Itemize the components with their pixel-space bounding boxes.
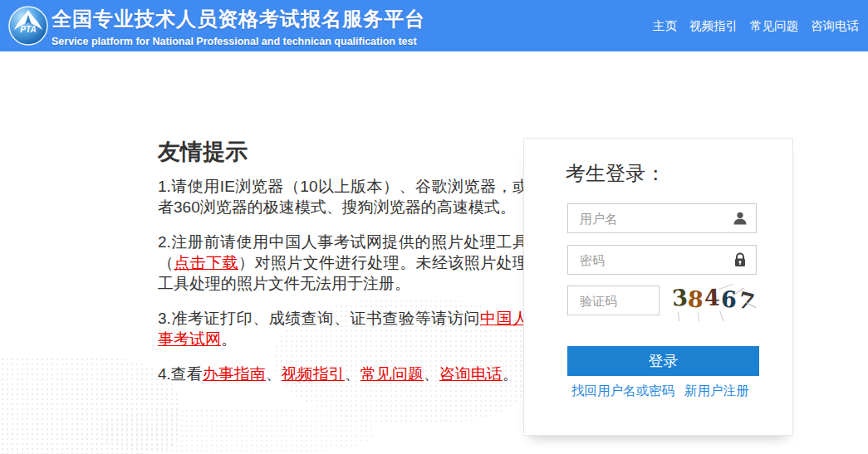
captcha-image[interactable]: 3 8 4 6 7 — [670, 280, 757, 321]
pta-logo-icon: PTA — [7, 5, 49, 46]
nav-faq-link[interactable]: 常见问题 — [750, 18, 798, 34]
site-subtitle: Service platform for National Profession… — [51, 36, 425, 47]
tip-3-text-before: 3.准考证打印、成绩查询、证书查验等请访问 — [158, 310, 480, 327]
video-guide-link[interactable]: 视频指引 — [282, 365, 345, 383]
captcha-digit: 4 — [704, 286, 721, 310]
captcha-input[interactable] — [567, 286, 660, 315]
tip-item-1: 1.请使用IE浏览器（10以上版本）、谷歌浏览器，或者360浏览器的极速模式、搜… — [158, 176, 528, 217]
tip-item-3: 3.准考证打印、成绩查询、证书查验等请访问中国人事考试网。 — [158, 308, 528, 349]
password-input[interactable] — [567, 245, 757, 275]
new-user-register-link[interactable]: 新用户注册 — [684, 383, 749, 400]
friendly-tips-section: 友情提示 1.请使用IE浏览器（10以上版本）、谷歌浏览器，或者360浏览器的极… — [158, 139, 528, 398]
background-map-dots — [0, 357, 179, 454]
login-button[interactable]: 登录 — [567, 346, 759, 376]
faq-link[interactable]: 常见问题 — [360, 365, 424, 383]
service-guide-link[interactable]: 办事指南 — [203, 365, 266, 383]
username-input[interactable] — [567, 203, 757, 233]
background-map-dots — [100, 408, 374, 454]
tips-heading: 友情提示 — [158, 139, 528, 164]
captcha-field-wrap — [567, 286, 660, 315]
tip-4-sep: 、 — [345, 365, 360, 383]
captcha-digit: 3 — [671, 286, 689, 309]
login-heading: 考生登录： — [566, 160, 665, 187]
download-photo-tool-link[interactable]: 点击下载 — [174, 254, 238, 271]
nav-phone-link[interactable]: 咨询电话 — [811, 18, 859, 34]
pta-logo-text: PTA — [20, 25, 36, 34]
tip-3-text-after: 。 — [221, 330, 237, 348]
tip-4-text-before: 4.查看 — [158, 365, 203, 383]
login-panel: 考生登录： 3 8 4 6 7 登录 找回用户名或密码 新用户注册 — [523, 138, 793, 436]
nav-home-link[interactable]: 主页 — [653, 18, 677, 34]
tip-4-sep: 、 — [424, 365, 439, 383]
captcha-digit: 7 — [736, 288, 757, 314]
tip-4-sep: 、 — [266, 365, 282, 383]
tip-item-4: 4.查看办事指南、视频指引、常见问题、咨询电话。 — [158, 364, 528, 384]
tip-item-2: 2.注册前请使用中国人事考试网提供的照片处理工具（点击下载）对照片文件进行处理。… — [158, 232, 528, 294]
username-field-wrap — [567, 203, 757, 233]
password-field-wrap — [567, 245, 757, 275]
top-nav: 主页 视频指引 常见问题 咨询电话 — [653, 18, 859, 34]
tip-1-text: 1.请使用IE浏览器（10以上版本）、谷歌浏览器，或者360浏览器的极速模式、搜… — [158, 178, 528, 216]
header-bar: PTA 全国专业技术人员资格考试报名服务平台 Service platform … — [0, 0, 868, 51]
tip-4-text-after: 。 — [503, 365, 518, 383]
site-title: 全国专业技术人员资格考试报名服务平台 — [51, 6, 425, 32]
forgot-credentials-link[interactable]: 找回用户名或密码 — [571, 383, 674, 398]
site-title-block: 全国专业技术人员资格考试报名服务平台 Service platform for … — [51, 6, 425, 47]
captcha-digit: 8 — [687, 288, 704, 311]
login-links-row: 找回用户名或密码 新用户注册 — [571, 383, 771, 400]
phone-link[interactable]: 咨询电话 — [439, 365, 503, 383]
captcha-digit: 6 — [721, 288, 738, 311]
nav-video-guide-link[interactable]: 视频指引 — [689, 18, 738, 34]
